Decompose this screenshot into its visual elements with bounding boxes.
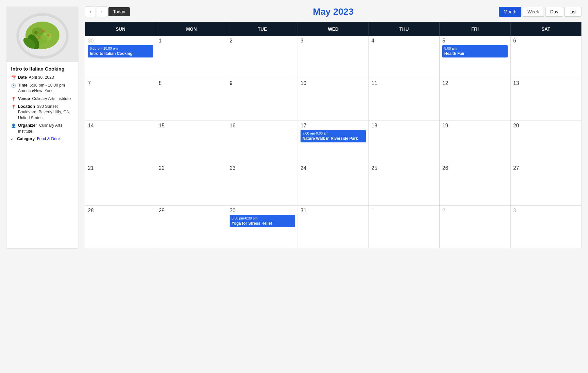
calendar-cell[interactable]: 20	[511, 121, 581, 163]
event-title: Intro to Italian Cooking	[11, 66, 74, 72]
day-number: 26	[442, 165, 508, 171]
calendar-cell[interactable]: 1	[369, 206, 440, 248]
day-number: 2	[442, 208, 508, 214]
event-name: Intro to Italian Cooking	[90, 51, 151, 57]
calendar-cell[interactable]: 177:00 am-9:00 amNature Walk in Riversid…	[298, 121, 369, 163]
prev-button[interactable]: ‹	[85, 7, 95, 17]
svg-point-7	[42, 30, 45, 32]
day-number: 3	[513, 208, 579, 214]
event-date-detail: 📅 Date April 30, 2023	[11, 75, 74, 81]
calendar-cell[interactable]: 11	[369, 78, 440, 121]
calendar-cell[interactable]: 6	[511, 36, 581, 78]
calendar-cell[interactable]: 13	[511, 78, 581, 121]
calendar-cell[interactable]: 4	[369, 36, 440, 78]
calendar-cell[interactable]: 25	[369, 163, 440, 206]
nav-controls: ‹ › Today	[85, 7, 130, 17]
day-number: 1	[371, 208, 437, 214]
event-name: Yoga for Stress Relief	[232, 221, 293, 226]
calendar-cell[interactable]: 9	[227, 78, 298, 121]
calendar-cell[interactable]: 306:30 pm-8:30 pmYoga for Stress Relief	[227, 206, 298, 248]
event-block[interactable]: 6:30 pm-10:00 pmIntro to Italian Cooking	[88, 45, 153, 57]
week-view-button[interactable]: Week	[523, 7, 544, 17]
day-number: 14	[88, 123, 153, 129]
weekday-thu: THU	[369, 23, 440, 36]
calendar-cell[interactable]: 22	[156, 163, 227, 206]
event-image	[7, 7, 78, 62]
day-number: 16	[230, 123, 295, 129]
calendar-cell[interactable]: 306:30 pm-10:00 pmIntro to Italian Cooki…	[85, 36, 156, 78]
calendar-cell[interactable]: 19	[440, 121, 511, 163]
calendar-cell[interactable]: 3	[511, 206, 581, 248]
calendar-cell[interactable]: 21	[85, 163, 156, 206]
calendar-cell[interactable]: 15	[156, 121, 227, 163]
timezone-value: America/New_York	[18, 89, 53, 93]
event-sidebar: Intro to Italian Cooking 📅 Date April 30…	[7, 7, 78, 248]
event-time: 7:00 am-9:00 am	[302, 131, 364, 136]
calendar-cell[interactable]: 12	[440, 78, 511, 121]
location-icon: 📍	[11, 104, 16, 110]
calendar-cell[interactable]: 1	[156, 36, 227, 78]
calendar-header: ‹ › Today May 2023 Month Week Day List	[85, 7, 581, 17]
view-controls: Month Week Day List	[499, 7, 581, 17]
organizer-icon: 👤	[11, 123, 16, 129]
event-time-detail: 🕐 Time 6:30 pm - 10:00 pm America/New_Yo…	[11, 83, 74, 94]
calendar-cell[interactable]: 3	[298, 36, 369, 78]
calendar-cell[interactable]: 27	[511, 163, 581, 206]
event-block[interactable]: 7:00 am-9:00 amNature Walk in Riverside …	[301, 130, 366, 142]
time-value: 6:30 pm - 10:00 pm	[29, 83, 65, 88]
venue-label: Venue	[18, 96, 30, 101]
day-number: 23	[230, 165, 295, 171]
calendar-header-row: SUN MON TUE WED THU FRI SAT	[85, 23, 581, 36]
next-button[interactable]: ›	[97, 7, 107, 17]
event-organizer-detail: 👤 Organizer Culinary Arts Institute	[11, 123, 74, 134]
calendar-cell[interactable]: 31	[298, 206, 369, 248]
day-number: 9	[230, 80, 295, 86]
location-label: Location	[18, 104, 35, 109]
calendar-cell[interactable]: 29	[156, 206, 227, 248]
event-block[interactable]: 6:30 pm-8:30 pmYoga for Stress Relief	[230, 215, 295, 227]
day-number: 10	[301, 80, 366, 86]
calendar-cell[interactable]: 10	[298, 78, 369, 121]
event-venue-detail: 📍 Venue Culinary Arts Institute	[11, 96, 74, 102]
calendar-cell[interactable]: 28	[85, 206, 156, 248]
calendar-cell[interactable]: 2	[440, 206, 511, 248]
day-number: 8	[159, 80, 224, 86]
day-number: 22	[159, 165, 224, 171]
event-block[interactable]: 8:00 amHealth Fair	[442, 45, 508, 57]
calendar-cell[interactable]: 2	[227, 36, 298, 78]
calendar-grid: SUN MON TUE WED THU FRI SAT 306:30 pm-10…	[85, 22, 581, 248]
month-title: May 2023	[313, 7, 354, 17]
calendar-body: 306:30 pm-10:00 pmIntro to Italian Cooki…	[85, 36, 581, 248]
calendar-cell[interactable]: 16	[227, 121, 298, 163]
day-number: 7	[88, 80, 153, 86]
weekday-tue: TUE	[227, 23, 298, 36]
day-number: 24	[301, 165, 366, 171]
weekday-mon: MON	[156, 23, 227, 36]
weekday-wed: WED	[298, 23, 369, 36]
calendar-cell[interactable]: 58:00 amHealth Fair	[440, 36, 511, 78]
calendar-cell[interactable]: 7	[85, 78, 156, 121]
weekday-fri: FRI	[440, 23, 511, 36]
day-view-button[interactable]: Day	[545, 7, 563, 17]
calendar-cell[interactable]: 23	[227, 163, 298, 206]
category-link[interactable]: Food & Drink	[37, 137, 61, 141]
month-view-button[interactable]: Month	[499, 7, 521, 17]
calendar-cell[interactable]: 14	[85, 121, 156, 163]
event-category-detail: 🏷 Category Food & Drink	[11, 136, 74, 142]
list-view-button[interactable]: List	[564, 7, 581, 17]
today-button[interactable]: Today	[108, 7, 130, 16]
main-container: Intro to Italian Cooking 📅 Date April 30…	[7, 7, 581, 248]
day-number: 28	[88, 208, 153, 214]
calendar-container: ‹ › Today May 2023 Month Week Day List S…	[85, 7, 581, 248]
day-number: 15	[159, 123, 224, 129]
calendar-cell[interactable]: 26	[440, 163, 511, 206]
date-label: Date	[18, 75, 27, 80]
day-number: 1	[159, 38, 224, 44]
event-name: Nature Walk in Riverside Park	[302, 136, 364, 141]
calendar-cell[interactable]: 8	[156, 78, 227, 121]
event-time: 8:00 am	[444, 46, 506, 51]
calendar-cell[interactable]: 24	[298, 163, 369, 206]
category-label: Category	[17, 137, 35, 141]
calendar-cell[interactable]: 18	[369, 121, 440, 163]
time-label: Time	[18, 83, 27, 88]
